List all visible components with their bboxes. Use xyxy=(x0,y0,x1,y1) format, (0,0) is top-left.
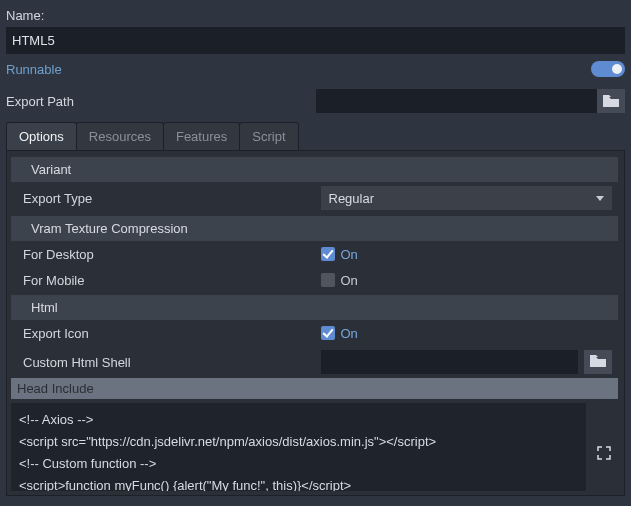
name-label: Name: xyxy=(6,4,625,27)
folder-icon xyxy=(603,95,619,107)
for-mobile-checkbox[interactable] xyxy=(321,273,335,287)
tab-options[interactable]: Options xyxy=(6,122,77,150)
runnable-label: Runnable xyxy=(6,62,62,77)
export-icon-checkbox[interactable] xyxy=(321,326,335,340)
chevron-down-icon xyxy=(596,196,604,201)
export-type-label: Export Type xyxy=(17,191,315,206)
export-icon-label: Export Icon xyxy=(17,326,315,341)
section-vram: Vram Texture Compression xyxy=(11,216,618,241)
for-mobile-value: On xyxy=(341,273,358,288)
export-type-value: Regular xyxy=(329,191,375,206)
custom-html-shell-input[interactable] xyxy=(321,350,579,374)
section-variant: Variant xyxy=(11,157,618,182)
runnable-toggle[interactable] xyxy=(591,61,625,77)
section-html: Html xyxy=(11,295,618,320)
tab-features[interactable]: Features xyxy=(163,122,240,150)
head-include-textarea[interactable]: <!-- Axios --> <script src="https://cdn.… xyxy=(11,403,586,491)
expand-icon xyxy=(597,446,611,460)
tab-content-options: Variant Export Type Regular Vram Texture… xyxy=(6,150,625,496)
tabs: Options Resources Features Script xyxy=(6,122,625,150)
export-path-browse-button[interactable] xyxy=(597,89,625,113)
custom-html-shell-browse-button[interactable] xyxy=(584,350,612,374)
for-desktop-checkbox[interactable] xyxy=(321,247,335,261)
for-desktop-label: For Desktop xyxy=(17,247,315,262)
export-path-input[interactable] xyxy=(316,89,598,113)
tab-script[interactable]: Script xyxy=(239,122,298,150)
head-include-expand-button[interactable] xyxy=(590,403,618,491)
for-desktop-value: On xyxy=(341,247,358,262)
custom-html-shell-label: Custom Html Shell xyxy=(17,355,315,370)
folder-icon xyxy=(590,355,606,370)
tab-resources[interactable]: Resources xyxy=(76,122,164,150)
for-mobile-label: For Mobile xyxy=(17,273,315,288)
export-path-label: Export Path xyxy=(6,94,316,109)
export-type-select[interactable]: Regular xyxy=(321,186,613,210)
head-include-label: Head Include xyxy=(11,378,618,399)
name-input[interactable] xyxy=(6,27,625,54)
export-icon-value: On xyxy=(341,326,358,341)
